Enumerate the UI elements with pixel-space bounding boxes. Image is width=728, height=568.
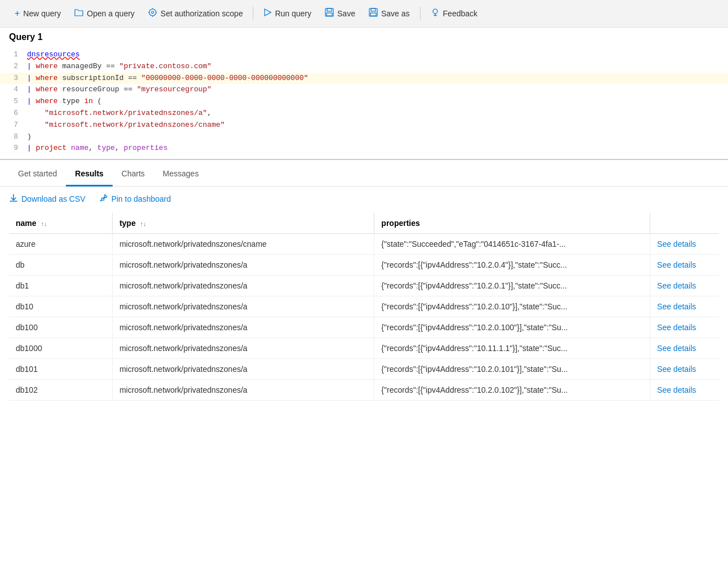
see-details-link[interactable]: See details xyxy=(657,365,696,374)
save-as-label: Save as xyxy=(381,9,410,18)
code-line-5: 5 | where type in ( xyxy=(0,96,728,108)
save-as-button[interactable]: Save as xyxy=(363,5,416,23)
see-details-link[interactable]: See details xyxy=(657,302,696,311)
open-query-label: Open a query xyxy=(87,9,135,18)
download-icon xyxy=(9,193,18,204)
code-line-9: 9 | project name, type, properties xyxy=(0,143,728,154)
cell-type: microsoft.network/privatednszones/a xyxy=(113,359,374,380)
open-query-button[interactable]: Open a query xyxy=(69,5,140,23)
toolbar: + New query Open a query Set authorizati… xyxy=(0,0,728,28)
results-section: Download as CSV Pin to dashboard name ↑↓… xyxy=(0,187,728,407)
run-query-button[interactable]: Run query xyxy=(258,5,317,22)
tab-results[interactable]: Results xyxy=(66,162,113,187)
col-header-link xyxy=(650,213,719,234)
set-auth-button[interactable]: Set authorization scope xyxy=(142,5,248,23)
col-header-type[interactable]: type ↑↓ xyxy=(113,213,374,234)
new-query-icon: + xyxy=(15,8,20,19)
cell-type: microsoft.network/privatednszones/a xyxy=(113,276,374,296)
cell-link[interactable]: See details xyxy=(650,296,719,317)
table-row: db microsoft.network/privatednszones/a {… xyxy=(9,255,719,276)
code-line-4: 4 | where resourceGroup == "myresourcegr… xyxy=(0,84,728,96)
query-title: Query 1 xyxy=(0,28,728,45)
cell-name: db1000 xyxy=(9,338,113,359)
code-token: dnsresources xyxy=(27,50,80,59)
tabs-section: Get started Results Charts Messages xyxy=(0,162,728,187)
cell-type: microsoft.network/privatednszones/a xyxy=(113,296,374,317)
svg-rect-9 xyxy=(327,13,332,16)
table-row: db1 microsoft.network/privatednszones/a … xyxy=(9,276,719,296)
cell-type: microsoft.network/privatednszones/a xyxy=(113,380,374,401)
svg-rect-12 xyxy=(370,13,376,16)
cell-link[interactable]: See details xyxy=(650,234,719,255)
cell-properties: {"records":[{"ipv4Address":"10.2.0.102"}… xyxy=(374,380,650,401)
cell-properties: {"records":[{"ipv4Address":"10.2.0.10"}]… xyxy=(374,296,650,317)
svg-point-13 xyxy=(433,9,437,14)
code-line-2: 2 | where managedBy == "private.contoso.… xyxy=(0,61,728,73)
table-row: db1000 microsoft.network/privatednszones… xyxy=(9,338,719,359)
results-actions: Download as CSV Pin to dashboard xyxy=(9,193,719,204)
query-section: Query 1 1 dnsresources 2 | where managed… xyxy=(0,28,728,160)
save-button[interactable]: Save xyxy=(319,5,361,23)
pin-icon xyxy=(99,193,108,204)
tab-charts[interactable]: Charts xyxy=(113,162,154,187)
cell-name: db xyxy=(9,255,113,276)
feedback-button[interactable]: Feedback xyxy=(425,5,483,23)
tab-get-started[interactable]: Get started xyxy=(9,162,66,187)
cell-link[interactable]: See details xyxy=(650,338,719,359)
cell-properties: {"records":[{"ipv4Address":"10.11.1.1"}]… xyxy=(374,338,650,359)
save-icon xyxy=(325,8,334,19)
svg-point-1 xyxy=(151,11,154,14)
open-query-icon xyxy=(74,8,83,19)
cell-link[interactable]: See details xyxy=(650,255,719,276)
table-row: azure microsoft.network/privatednszones/… xyxy=(9,234,719,255)
cell-properties: {"records":[{"ipv4Address":"10.2.0.100"}… xyxy=(374,317,650,338)
see-details-link[interactable]: See details xyxy=(657,344,696,353)
code-line-1: 1 dnsresources xyxy=(0,49,728,61)
feedback-icon xyxy=(431,8,440,19)
cell-name: db101 xyxy=(9,359,113,380)
new-query-button[interactable]: + New query xyxy=(9,5,66,22)
table-header-row: name ↑↓ type ↑↓ properties xyxy=(9,213,719,234)
divider-1 xyxy=(253,7,253,20)
cell-name: db102 xyxy=(9,380,113,401)
table-row: db10 microsoft.network/privatednszones/a… xyxy=(9,296,719,317)
download-csv-label: Download as CSV xyxy=(21,194,86,203)
sort-icon-name: ↑↓ xyxy=(41,220,47,227)
col-header-name[interactable]: name ↑↓ xyxy=(9,213,113,234)
cell-properties: {"records":[{"ipv4Address":"10.2.0.101"}… xyxy=(374,359,650,380)
cell-name: db100 xyxy=(9,317,113,338)
code-editor[interactable]: 1 dnsresources 2 | where managedBy == "p… xyxy=(0,45,728,159)
download-csv-button[interactable]: Download as CSV xyxy=(9,193,86,204)
svg-rect-8 xyxy=(327,8,332,11)
divider-2 xyxy=(420,7,421,20)
see-details-link[interactable]: See details xyxy=(657,260,696,269)
cell-name: azure xyxy=(9,234,113,255)
cell-link[interactable]: See details xyxy=(650,359,719,380)
see-details-link[interactable]: See details xyxy=(657,385,696,394)
cell-name: db10 xyxy=(9,296,113,317)
cell-link[interactable]: See details xyxy=(650,276,719,296)
code-line-6: 6 "microsoft.network/privatednszones/a", xyxy=(0,108,728,119)
run-query-icon xyxy=(263,8,271,19)
set-auth-label: Set authorization scope xyxy=(160,9,243,18)
set-auth-icon xyxy=(148,8,157,19)
see-details-link[interactable]: See details xyxy=(657,323,696,332)
cell-properties: {"records":[{"ipv4Address":"10.2.0.4"}],… xyxy=(374,255,650,276)
col-header-properties: properties xyxy=(374,213,650,234)
cell-properties: {"records":[{"ipv4Address":"10.2.0.1"}],… xyxy=(374,276,650,296)
run-query-label: Run query xyxy=(275,9,311,18)
see-details-link[interactable]: See details xyxy=(657,239,696,248)
see-details-link[interactable]: See details xyxy=(657,281,696,290)
cell-type: microsoft.network/privatednszones/cname xyxy=(113,234,374,255)
table-row: db100 microsoft.network/privatednszones/… xyxy=(9,317,719,338)
pin-dashboard-button[interactable]: Pin to dashboard xyxy=(99,193,171,204)
tab-messages[interactable]: Messages xyxy=(154,162,208,187)
svg-point-0 xyxy=(149,9,156,16)
feedback-label: Feedback xyxy=(443,9,477,18)
cell-link[interactable]: See details xyxy=(650,380,719,401)
cell-link[interactable]: See details xyxy=(650,317,719,338)
code-line-7: 7 "microsoft.network/privatednszones/cna… xyxy=(0,119,728,131)
table-row: db102 microsoft.network/privatednszones/… xyxy=(9,380,719,401)
pin-dashboard-label: Pin to dashboard xyxy=(111,194,171,203)
results-table: name ↑↓ type ↑↓ properties azure microso… xyxy=(9,213,719,401)
